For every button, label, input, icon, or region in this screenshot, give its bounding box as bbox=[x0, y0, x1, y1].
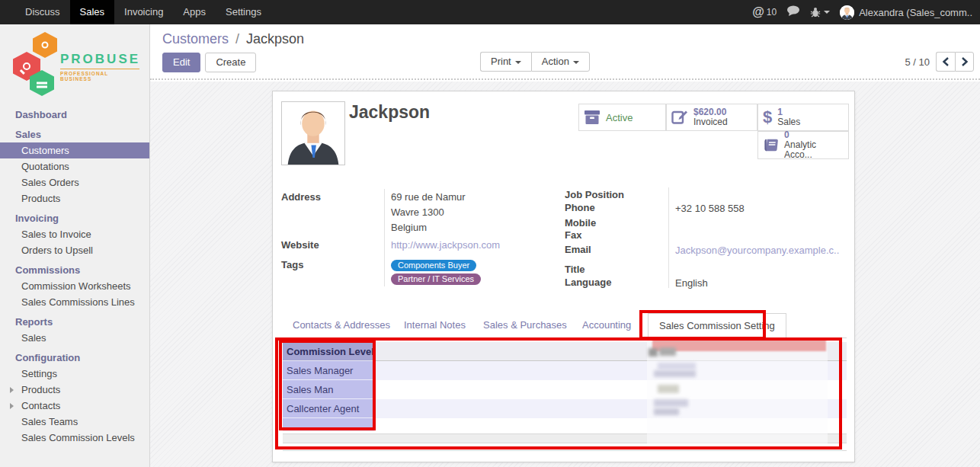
commission-level-cell[interactable]: Sales Manager bbox=[283, 361, 374, 380]
tab-internal-notes[interactable]: Internal Notes bbox=[404, 319, 466, 331]
menu-apps[interactable]: Apps bbox=[173, 0, 216, 24]
archive-icon bbox=[584, 110, 600, 125]
language-label: Language bbox=[565, 277, 664, 288]
active-toggle-button[interactable]: Active bbox=[578, 104, 666, 131]
tab-accounting[interactable]: Accounting bbox=[582, 319, 631, 331]
sidebar-heading-invoicing[interactable]: Invoicing bbox=[0, 210, 149, 226]
company-logo: PROBUSE PROFESSIONAL BUSINESS bbox=[10, 32, 139, 96]
app-menus: Discuss Sales Invoicing Apps Settings bbox=[0, 0, 271, 24]
fax-label: Fax bbox=[565, 229, 664, 241]
chevron-right-icon bbox=[10, 387, 14, 393]
pager-previous-button[interactable] bbox=[936, 52, 955, 72]
user-menu[interactable]: Alexandra (Sales_comm.. bbox=[840, 5, 972, 20]
sidebar-heading-reports[interactable]: Reports bbox=[0, 314, 149, 330]
email-label: Email bbox=[565, 244, 664, 255]
sidebar-item-orders-to-upsell[interactable]: Orders to Upsell bbox=[0, 242, 149, 258]
debug-menu-button[interactable] bbox=[810, 7, 830, 18]
redacted-content bbox=[654, 408, 679, 415]
partner-photo[interactable] bbox=[281, 101, 345, 165]
email-link[interactable]: Jackpson@yourcompany.example.c.. bbox=[675, 245, 839, 256]
sidebar-item-quotations[interactable]: Quotations bbox=[0, 158, 149, 174]
analytic-accounts-stat-button[interactable]: 0 Analytic Acco... bbox=[757, 131, 849, 159]
mobile-label: Mobile bbox=[565, 217, 664, 229]
sidebar-item-commission-worksheets[interactable]: Commission Worksheets bbox=[0, 278, 149, 294]
commission-level-column-header[interactable]: Commission Level bbox=[283, 342, 374, 361]
sidebar-item-sales-teams[interactable]: Sales Teams bbox=[0, 414, 149, 430]
sales-label: Sales bbox=[777, 117, 800, 127]
print-label: Print bbox=[491, 56, 511, 67]
edit-pencil-icon bbox=[671, 110, 688, 125]
sidebar-item-customers[interactable]: Customers bbox=[0, 142, 149, 158]
tag-components-buyer[interactable]: Components Buyer bbox=[391, 260, 476, 271]
phone-value: +32 10 588 558 bbox=[675, 203, 745, 214]
action-dropdown-button[interactable]: Action bbox=[531, 52, 590, 72]
partner-name-title: Jackpson bbox=[349, 102, 430, 123]
topbar-systray: @ 10 Alexandra (Sales_comm.. bbox=[752, 0, 980, 24]
job-position-label: Job Position bbox=[565, 189, 664, 200]
menu-invoicing[interactable]: Invoicing bbox=[114, 0, 173, 24]
address-street: 69 rue de Namur bbox=[391, 191, 466, 203]
chevron-right-icon bbox=[961, 57, 969, 66]
invoiced-stat-button[interactable]: $620.00 Invoiced bbox=[666, 104, 757, 131]
tag-partner-it-services[interactable]: Partner / IT Services bbox=[391, 273, 481, 285]
pager-next-button[interactable] bbox=[955, 52, 974, 72]
field-group-divider bbox=[668, 187, 669, 288]
chevron-left-icon bbox=[942, 57, 950, 66]
form-view-background: Jackpson Active $620.00 Invoiced bbox=[150, 82, 980, 467]
user-name: Alexandra (Sales_comm.. bbox=[859, 7, 972, 18]
sidebar-heading-commissions[interactable]: Commissions bbox=[0, 262, 149, 278]
redacted-content bbox=[649, 348, 658, 357]
analytic-label: Analytic Acco... bbox=[784, 140, 844, 160]
sidebar-item-label: Contacts bbox=[21, 400, 60, 411]
phone-label: Phone bbox=[565, 202, 664, 213]
active-label: Active bbox=[606, 112, 633, 123]
menu-discuss[interactable]: Discuss bbox=[15, 0, 70, 24]
at-icon: @ bbox=[752, 5, 764, 19]
breadcrumb: Customers / Jackpson bbox=[162, 31, 304, 47]
action-label: Action bbox=[542, 56, 569, 67]
sales-stat-button[interactable]: $ 1 Sales bbox=[757, 104, 849, 131]
sidebar-heading-configuration[interactable]: Configuration bbox=[0, 350, 149, 366]
redacted-content bbox=[659, 347, 676, 356]
print-dropdown-button[interactable]: Print bbox=[480, 52, 531, 72]
commission-level-cell[interactable] bbox=[283, 418, 374, 431]
breadcrumb-customers-link[interactable]: Customers bbox=[162, 31, 229, 46]
sidebar-item-sales-orders[interactable]: Sales Orders bbox=[0, 174, 149, 190]
commission-level-cell[interactable]: Callcenter Agent bbox=[283, 399, 374, 418]
breadcrumb-separator: / bbox=[232, 31, 242, 46]
sidebar-item-sales-to-invoice[interactable]: Sales to Invoice bbox=[0, 226, 149, 242]
sidebar-item-config-contacts[interactable]: Contacts bbox=[0, 398, 149, 414]
sidebar-heading-dashboard[interactable]: Dashboard bbox=[0, 107, 149, 123]
messages-icon[interactable] bbox=[786, 5, 800, 20]
caret-down-icon bbox=[573, 61, 579, 64]
sidebar-item-sales-commissions-lines[interactable]: Sales Commissions Lines bbox=[0, 294, 149, 310]
website-link[interactable]: http://www.jackpson.com bbox=[391, 239, 500, 251]
redacted-content bbox=[658, 363, 696, 369]
sidebar-item-sales-report[interactable]: Sales bbox=[0, 330, 149, 346]
sidebar-item-settings[interactable]: Settings bbox=[0, 366, 149, 382]
menu-settings[interactable]: Settings bbox=[216, 0, 271, 24]
edit-button[interactable]: Edit bbox=[162, 53, 200, 72]
menu-sales[interactable]: Sales bbox=[70, 0, 115, 24]
invoiced-label: Invoiced bbox=[693, 117, 728, 127]
sidebar-item-config-products[interactable]: Products bbox=[0, 382, 149, 398]
sidebar-item-products[interactable]: Products bbox=[0, 190, 149, 206]
sidebar-heading-sales[interactable]: Sales bbox=[0, 126, 149, 142]
sidebar-item-sales-commission-levels[interactable]: Sales Commission Levels bbox=[0, 430, 149, 446]
table-bottom-border bbox=[283, 450, 847, 451]
record-sheet: Jackpson Active $620.00 Invoiced bbox=[272, 91, 855, 462]
logo-hexagon-orange bbox=[33, 32, 57, 58]
pager-counter: 5 / 10 bbox=[905, 56, 930, 68]
address-city: Wavre 1300 bbox=[391, 206, 444, 218]
tab-sales-commission-setting[interactable]: Sales Commission Setting bbox=[648, 313, 786, 338]
book-icon bbox=[763, 138, 779, 153]
top-navbar: Discuss Sales Invoicing Apps Settings @ … bbox=[0, 0, 980, 24]
breadcrumb-current: Jackpson bbox=[246, 31, 304, 46]
website-label: Website bbox=[281, 239, 380, 251]
create-button[interactable]: Create bbox=[205, 53, 256, 72]
tab-contacts-addresses[interactable]: Contacts & Addresses bbox=[293, 319, 390, 331]
tab-sales-purchases[interactable]: Sales & Purchases bbox=[483, 319, 567, 331]
commission-level-cell[interactable]: Sales Man bbox=[283, 380, 374, 399]
sidebar-nav: Dashboard Sales Customers Quotations Sal… bbox=[0, 107, 149, 446]
mentions-button[interactable]: @ 10 bbox=[752, 5, 777, 19]
